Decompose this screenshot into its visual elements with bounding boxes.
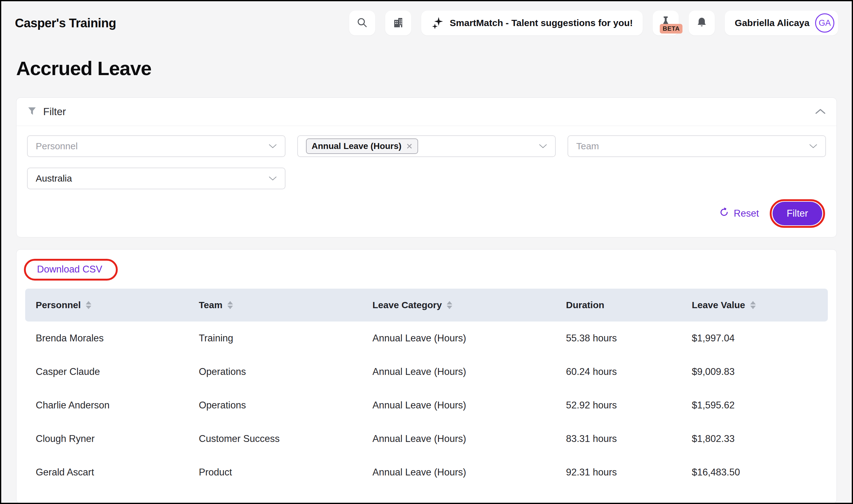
column-header-leave-value[interactable]: Leave Value <box>681 300 828 310</box>
reset-icon <box>719 207 729 220</box>
column-header-team[interactable]: Team <box>188 300 362 310</box>
building-icon <box>392 17 404 30</box>
country-select-value: Australia <box>36 173 72 184</box>
filter-panel-header: Filter <box>16 98 837 126</box>
beta-badge: BETA <box>660 24 682 34</box>
search-icon <box>356 17 368 29</box>
selected-leave-category-label: Annual Leave (Hours) <box>312 141 401 151</box>
column-label: Personnel <box>36 300 81 310</box>
cell-team: Operations <box>188 366 362 377</box>
cell-leave-category: Annual Leave (Hours) <box>362 467 555 478</box>
download-csv-link[interactable]: Download CSV <box>37 264 102 275</box>
labs-button[interactable]: BETA <box>652 11 679 35</box>
notifications-button[interactable] <box>689 11 715 35</box>
team-select-placeholder: Team <box>576 141 599 151</box>
cell-leave-value: $16,483.50 <box>681 467 828 478</box>
app-title: Casper's Training <box>15 16 116 30</box>
cell-leave-category: Annual Leave (Hours) <box>362 433 555 445</box>
country-select[interactable]: Australia <box>27 167 285 189</box>
cell-duration: 92.31 hours <box>555 467 681 478</box>
cell-team: Product <box>188 467 362 478</box>
column-header-leave-category[interactable]: Leave Category <box>362 300 555 310</box>
funnel-icon <box>27 106 37 117</box>
personnel-select[interactable]: Personnel <box>27 135 285 157</box>
sort-icon <box>447 301 452 309</box>
chevron-down-icon <box>809 144 817 148</box>
table-body: Brenda Morales Training Annual Leave (Ho… <box>25 322 828 489</box>
reset-button[interactable]: Reset <box>719 207 759 220</box>
cell-team: Operations <box>188 400 362 411</box>
table-header-row: Personnel Team Leave Category Duration L… <box>25 289 828 322</box>
organisation-button[interactable] <box>385 11 411 35</box>
column-label: Team <box>199 300 222 310</box>
chevron-down-icon <box>269 144 277 148</box>
cell-leave-value: $1,595.62 <box>681 400 828 411</box>
cell-duration: 55.38 hours <box>555 333 681 344</box>
filter-panel-title: Filter <box>43 106 66 118</box>
cell-team: Customer Success <box>188 433 362 445</box>
cell-leave-value: $9,009.83 <box>681 366 828 377</box>
collapse-filter-button[interactable] <box>815 108 826 115</box>
cell-personnel: Gerald Ascart <box>25 467 188 478</box>
smartmatch-label: SmartMatch - Talent suggestions for you! <box>450 18 633 28</box>
cell-duration: 52.92 hours <box>555 400 681 411</box>
top-bar-actions: SmartMatch - Talent suggestions for you!… <box>349 11 838 35</box>
personnel-select-placeholder: Personnel <box>36 141 78 151</box>
filter-panel-body: Personnel Annual Leave (Hours) Team <box>16 126 837 237</box>
column-label: Duration <box>566 300 604 310</box>
page-title: Accrued Leave <box>16 57 852 79</box>
cell-personnel: Casper Claude <box>25 366 188 377</box>
user-name: Gabriella Alicaya <box>735 18 810 28</box>
sparkles-icon <box>431 16 444 30</box>
table-row: Brenda Morales Training Annual Leave (Ho… <box>25 322 828 355</box>
reset-label: Reset <box>734 208 759 219</box>
cell-leave-value: $1,997.04 <box>681 333 828 344</box>
cell-personnel: Brenda Morales <box>25 333 188 344</box>
table-row: Casper Claude Operations Annual Leave (H… <box>25 355 828 389</box>
sort-icon <box>750 301 756 309</box>
cell-leave-category: Annual Leave (Hours) <box>362 400 555 411</box>
sort-icon <box>227 301 233 309</box>
chevron-down-icon <box>539 144 547 148</box>
column-header-personnel[interactable]: Personnel <box>25 300 188 310</box>
cell-duration: 83.31 hours <box>555 433 681 445</box>
column-header-duration: Duration <box>555 300 681 310</box>
bell-icon <box>696 16 708 30</box>
filter-panel: Filter Personnel Annual Leave (Hours) <box>16 97 837 237</box>
cell-team: Training <box>188 333 362 344</box>
top-bar: Casper's Training <box>1 1 852 35</box>
table-row: Gerald Ascart Product Annual Leave (Hour… <box>25 455 828 489</box>
avatar: GA <box>815 13 834 33</box>
filter-button[interactable]: Filter <box>772 202 822 225</box>
cell-leave-category: Annual Leave (Hours) <box>362 333 555 344</box>
accrued-leave-table-card: Download CSV Personnel Team Leave Catego… <box>16 249 837 504</box>
table-row: Clough Ryner Customer Success Annual Lea… <box>25 422 828 455</box>
cell-personnel: Clough Ryner <box>25 433 188 445</box>
leave-category-select[interactable]: Annual Leave (Hours) <box>297 135 556 157</box>
column-label: Leave Category <box>372 300 442 310</box>
remove-tag-icon[interactable] <box>406 143 413 149</box>
column-label: Leave Value <box>692 300 745 310</box>
selected-leave-category-tag: Annual Leave (Hours) <box>306 139 418 154</box>
cell-leave-category: Annual Leave (Hours) <box>362 366 555 377</box>
search-button[interactable] <box>349 11 375 35</box>
cell-leave-value: $1,802.33 <box>681 433 828 445</box>
cell-duration: 60.24 hours <box>555 366 681 377</box>
smartmatch-button[interactable]: SmartMatch - Talent suggestions for you! <box>421 11 643 35</box>
chevron-down-icon <box>269 176 277 181</box>
table-row: Charlie Anderson Operations Annual Leave… <box>25 389 828 422</box>
chevron-up-icon <box>815 108 826 115</box>
user-menu-button[interactable]: Gabriella Alicaya GA <box>725 11 838 35</box>
team-select[interactable]: Team <box>568 135 826 157</box>
cell-personnel: Charlie Anderson <box>25 400 188 411</box>
sort-icon <box>86 301 91 309</box>
